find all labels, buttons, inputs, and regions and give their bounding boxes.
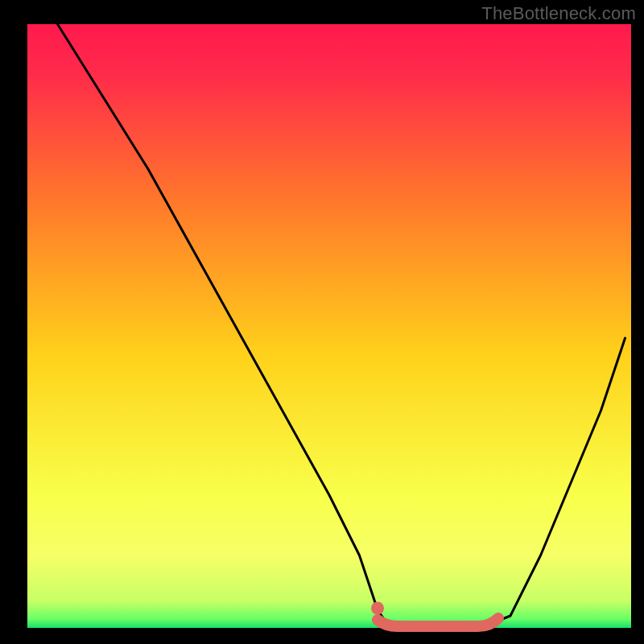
current-config-dot [371,602,384,615]
heatmap-background [27,24,631,628]
bottleneck-chart [0,0,644,644]
chart-frame: TheBottleneck.com [0,0,644,644]
watermark-text: TheBottleneck.com [481,3,636,24]
